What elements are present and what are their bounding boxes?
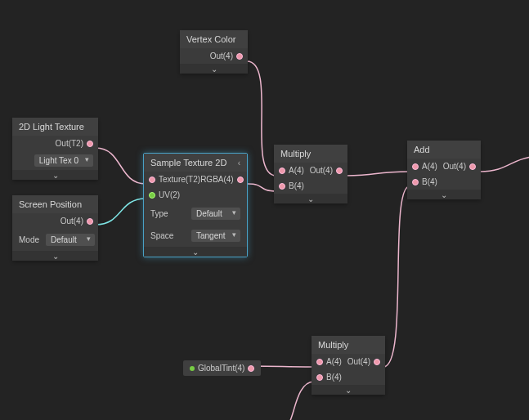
chevron-down-icon: ⌄	[345, 386, 352, 395]
chevron-down-icon: ⌄	[52, 252, 59, 261]
port-dot[interactable]	[149, 176, 155, 183]
mode-dropdown[interactable]: Default	[46, 234, 95, 246]
node-header[interactable]: Sample Texture 2D ‹	[144, 154, 247, 172]
node-header[interactable]: Add	[407, 141, 481, 159]
port-dot[interactable]	[316, 374, 323, 381]
port-dot[interactable]	[149, 192, 155, 199]
port-out[interactable]: Out(4)	[310, 166, 343, 175]
chevron-down-icon: ⌄	[307, 194, 314, 203]
node-multiply-1[interactable]: Multiply A(4) Out(4) B(4) ⌄	[274, 145, 347, 203]
indicator-dot	[190, 366, 195, 371]
port-b-in[interactable]: B(4)	[412, 177, 437, 186]
node-title: Screen Position	[19, 199, 82, 209]
node-sample-texture-2d[interactable]: Sample Texture 2D ‹ Texture(T2) RGBA(4) …	[143, 153, 248, 257]
chevron-down-icon: ⌄	[441, 190, 447, 199]
port-dot[interactable]	[248, 365, 254, 372]
node-title: Multiply	[318, 340, 348, 350]
type-dropdown[interactable]: Default	[191, 208, 240, 220]
port-uv-in[interactable]: UV(2)	[149, 190, 180, 199]
node-2d-light-texture[interactable]: 2D Light Texture Out(T2) Light Tex 0 ⌄	[12, 118, 98, 180]
chevron-down-icon: ⌄	[211, 65, 217, 74]
port-out[interactable]: Out(4)	[347, 357, 380, 366]
node-header[interactable]: 2D Light Texture	[12, 118, 98, 136]
chevron-down-icon: ⌄	[192, 248, 199, 257]
collapse-toggle[interactable]: ⌄	[407, 190, 481, 199]
node-globaltint-inline[interactable]: GlobalTint(4)	[183, 360, 261, 376]
port-texture-in[interactable]: Texture(T2)	[149, 175, 200, 184]
port-out[interactable]: Out(4)	[443, 162, 476, 171]
collapse-toggle[interactable]: ⌄	[12, 170, 98, 180]
mode-label: Mode	[19, 235, 39, 244]
port-dot[interactable]	[336, 168, 343, 174]
port-dot[interactable]	[237, 176, 244, 183]
space-label: Space	[150, 231, 173, 240]
port-dot[interactable]	[87, 218, 93, 225]
node-vertex-color[interactable]: Vertex Color Out(4) ⌄	[180, 30, 248, 74]
port-dot[interactable]	[374, 359, 380, 365]
space-dropdown[interactable]: Tangent	[191, 230, 240, 242]
node-add[interactable]: Add A(4) Out(4) B(4) ⌄	[407, 141, 481, 199]
port-a-in[interactable]: A(4)	[412, 162, 437, 171]
port-dot[interactable]	[412, 179, 419, 185]
port-out[interactable]: Out(4)	[210, 51, 243, 60]
port-out[interactable]: Out(T2)	[56, 139, 93, 148]
port-dot[interactable]	[279, 168, 285, 174]
port-a-in[interactable]: A(4)	[316, 357, 342, 366]
node-header[interactable]: Screen Position	[12, 195, 98, 213]
node-header[interactable]: Multiply	[312, 336, 385, 354]
port-dot[interactable]	[236, 53, 243, 60]
port-rgba-out[interactable]: RGBA(4)	[200, 175, 244, 184]
port-a-in[interactable]: A(4)	[279, 166, 304, 175]
node-title: 2D Light Texture	[19, 122, 84, 132]
globaltint-label: GlobalTint(4)	[198, 364, 244, 373]
light-tex-dropdown[interactable]: Light Tex 0	[34, 154, 93, 167]
port-b-in[interactable]: B(4)	[279, 181, 304, 190]
port-dot[interactable]	[316, 359, 323, 365]
node-title: Multiply	[280, 149, 311, 159]
collapse-toggle[interactable]: ⌄	[12, 251, 98, 261]
collapse-toggle[interactable]: ⌄	[312, 385, 385, 395]
node-screen-position[interactable]: Screen Position Out(4) Mode Default ⌄	[12, 195, 98, 261]
node-header[interactable]: Multiply	[274, 145, 347, 163]
port-out[interactable]: Out(4)	[61, 217, 93, 226]
port-b-in[interactable]: B(4)	[316, 373, 342, 382]
node-title: Add	[414, 145, 430, 154]
collapse-toggle[interactable]: ⌄	[274, 194, 347, 203]
node-header[interactable]: Vertex Color	[180, 30, 248, 48]
chevron-down-icon: ⌄	[52, 171, 59, 180]
node-title: Vertex Color	[186, 34, 236, 44]
chevron-left-icon[interactable]: ‹	[238, 159, 240, 168]
type-label: Type	[150, 209, 168, 218]
port-dot[interactable]	[469, 163, 476, 170]
collapse-toggle[interactable]: ⌄	[144, 247, 247, 257]
collapse-toggle[interactable]: ⌄	[180, 64, 248, 74]
port-dot[interactable]	[87, 141, 93, 147]
node-title: Sample Texture 2D	[150, 158, 226, 168]
port-dot[interactable]	[412, 163, 419, 170]
node-multiply-2[interactable]: Multiply A(4) Out(4) B(4) ⌄	[312, 336, 385, 395]
port-dot[interactable]	[279, 183, 285, 190]
